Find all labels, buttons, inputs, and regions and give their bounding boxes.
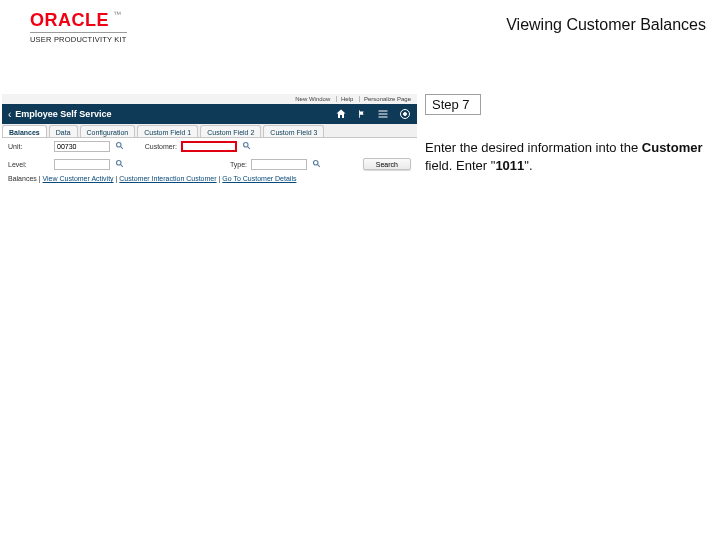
back-icon[interactable]: ‹ xyxy=(8,109,11,120)
tab-custom-2[interactable]: Custom Field 2 xyxy=(200,125,261,137)
tab-balances[interactable]: Balances xyxy=(2,125,47,137)
instruction-field-name: Customer xyxy=(642,140,703,155)
unit-input[interactable] xyxy=(54,141,110,152)
instruction-post: ". xyxy=(524,158,532,173)
tab-data[interactable]: Data xyxy=(49,125,78,137)
menu-icon[interactable] xyxy=(377,108,389,120)
svg-point-4 xyxy=(244,143,249,148)
customer-label: Customer: xyxy=(129,143,177,150)
brand-name: ORACLE xyxy=(30,10,109,31)
customer-lookup-icon[interactable] xyxy=(241,141,252,152)
filter-row-2: Level: Type: Search xyxy=(2,155,417,173)
tab-configuration[interactable]: Configuration xyxy=(80,125,136,137)
breadcrumb-link-details[interactable]: Go To Customer Details xyxy=(222,175,296,182)
instruction-pre: Enter the desired information into the xyxy=(425,140,642,155)
page-title: Viewing Customer Balances xyxy=(506,16,706,34)
breadcrumb-link-interaction[interactable]: Customer Interaction Customer xyxy=(119,175,216,182)
instructions-panel: Step 7 Enter the desired information int… xyxy=(425,94,705,186)
svg-line-7 xyxy=(121,164,123,166)
type-label: Type: xyxy=(129,161,247,168)
type-lookup-icon[interactable] xyxy=(311,159,322,170)
actions-icon[interactable] xyxy=(399,108,411,120)
level-lookup-icon[interactable] xyxy=(114,159,125,170)
svg-point-6 xyxy=(117,160,122,165)
app-title-bar: ‹ Employee Self Service xyxy=(2,104,417,124)
breadcrumb-link-activity[interactable]: View Customer Activity xyxy=(43,175,114,182)
utility-link-new-window[interactable]: New Window xyxy=(295,96,330,102)
step-label: Step 7 xyxy=(425,94,481,115)
level-label: Level: xyxy=(8,161,50,168)
instruction-mid: field. Enter " xyxy=(425,158,495,173)
filter-row-1: Unit: Customer: xyxy=(2,138,417,155)
level-input[interactable] xyxy=(54,159,110,170)
home-icon[interactable] xyxy=(335,108,347,120)
svg-point-1 xyxy=(404,113,407,116)
brand-subtitle: USER PRODUCTIVITY KIT xyxy=(30,32,127,44)
brand: ORACLE ™ USER PRODUCTIVITY KIT xyxy=(30,10,127,44)
svg-line-5 xyxy=(248,147,250,149)
type-input[interactable] xyxy=(251,159,307,170)
tab-custom-3[interactable]: Custom Field 3 xyxy=(263,125,324,137)
breadcrumb-pre: Balances | xyxy=(8,175,43,182)
svg-point-2 xyxy=(117,143,122,148)
svg-line-9 xyxy=(318,164,320,166)
app-bar-title: Employee Self Service xyxy=(15,109,111,119)
app-screenshot: New Window Help Personalize Page ‹ Emplo… xyxy=(2,94,417,186)
unit-label: Unit: xyxy=(8,143,50,150)
breadcrumb: Balances | View Customer Activity | Cust… xyxy=(2,173,417,186)
unit-lookup-icon[interactable] xyxy=(114,141,125,152)
utility-link-personalize[interactable]: Personalize Page xyxy=(359,96,411,102)
svg-line-3 xyxy=(121,147,123,149)
customer-input[interactable] xyxy=(181,141,237,152)
flag-icon[interactable] xyxy=(357,108,367,120)
search-button[interactable]: Search xyxy=(363,158,411,170)
app-utility-bar: New Window Help Personalize Page xyxy=(2,94,417,104)
instruction-text: Enter the desired information into the C… xyxy=(425,139,705,175)
utility-link-help[interactable]: Help xyxy=(336,96,353,102)
tab-custom-1[interactable]: Custom Field 1 xyxy=(137,125,198,137)
instruction-value: 1011 xyxy=(495,158,524,173)
app-tabs: Balances Data Configuration Custom Field… xyxy=(2,124,417,138)
page-header: ORACLE ™ USER PRODUCTIVITY KIT Viewing C… xyxy=(0,0,720,50)
brand-tm: ™ xyxy=(113,10,121,19)
svg-point-8 xyxy=(314,160,319,165)
